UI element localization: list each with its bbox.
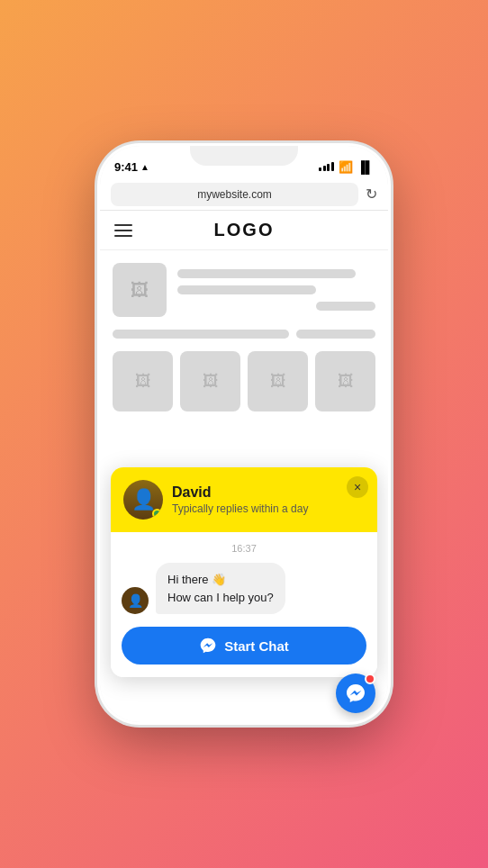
phone-frame: 9:41 ▲ 📶 ▐▌ mywebsite.com ↻ LOGO: [100, 146, 388, 722]
browser-bar: mywebsite.com ↻: [100, 178, 388, 211]
start-chat-button[interactable]: Start Chat: [122, 627, 366, 665]
chat-bubble: Hi there 👋 How can I help you?: [156, 563, 285, 614]
skeleton-line-row: [113, 330, 375, 339]
agent-name: David: [172, 484, 365, 501]
fab-notification-badge: [365, 674, 375, 684]
online-dot: [152, 509, 162, 519]
skeleton-card-1: 🖼: [113, 351, 173, 411]
site-nav: LOGO: [100, 211, 388, 250]
agent-avatar: 👤: [123, 480, 163, 520]
phone-notch: [190, 146, 298, 166]
messenger-fab-icon: [345, 683, 366, 704]
signal-icon: [319, 162, 334, 171]
chat-message-row: 👤 Hi there 👋 How can I help you?: [122, 563, 366, 614]
agent-info: David Typically replies within a day: [172, 484, 365, 515]
status-time: 9:41 ▲: [114, 160, 149, 174]
skeleton-lines: [177, 269, 375, 311]
skeleton-card-2: 🖼: [180, 351, 240, 411]
status-icons: 📶 ▐▌: [319, 160, 374, 174]
chat-timestamp: 16:37: [122, 543, 366, 554]
url-bar[interactable]: mywebsite.com: [111, 183, 358, 206]
location-icon: ▲: [140, 162, 149, 172]
messenger-icon: [199, 637, 217, 655]
skeleton-hero: 🖼: [113, 263, 375, 317]
refresh-icon[interactable]: ↻: [366, 185, 377, 203]
skeleton-card-4: 🖼: [315, 351, 375, 411]
popup-header: 👤 David Typically replies within a day ×: [111, 467, 377, 532]
skeleton-grid: 🖼 🖼 🖼 🖼: [113, 351, 375, 411]
close-button[interactable]: ×: [347, 476, 368, 498]
website-content: LOGO 🖼 🖼 🖼 🖼 🖼: [100, 211, 388, 722]
messenger-fab[interactable]: [336, 674, 375, 713]
popup-body: 16:37 👤 Hi there 👋 How can I help you? S…: [111, 532, 377, 677]
skeleton-card-3: 🖼: [248, 351, 308, 411]
agent-status: Typically replies within a day: [172, 502, 365, 515]
wifi-icon: 📶: [339, 160, 353, 174]
battery-icon: ▐▌: [357, 160, 374, 174]
skeleton-img-large: 🖼: [113, 263, 167, 317]
chat-agent-avatar-small: 👤: [122, 587, 149, 614]
hamburger-menu-icon[interactable]: [114, 224, 132, 237]
messenger-popup: 👤 David Typically replies within a day ×…: [111, 467, 377, 677]
site-logo: LOGO: [214, 220, 275, 240]
skeleton-area: 🖼 🖼 🖼 🖼 🖼: [100, 250, 388, 411]
